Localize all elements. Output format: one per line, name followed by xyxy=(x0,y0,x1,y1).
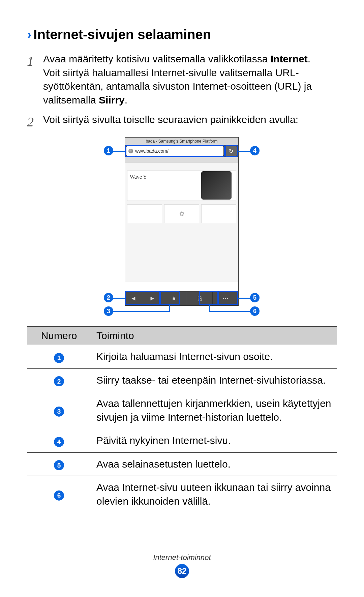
row-desc-3: Avaa tallennettujen kirjanmerkkien, usei… xyxy=(91,392,337,429)
phone-image xyxy=(201,171,232,200)
page-footer: Internet-toiminnot 82 xyxy=(0,553,364,578)
table-row: 3 Avaa tallennettujen kirjanmerkkien, us… xyxy=(27,392,337,429)
row-desc-1: Kirjoita haluamasi Internet-sivun osoite… xyxy=(91,345,337,369)
refresh-icon: ↻ xyxy=(229,148,233,154)
screenshot-figure: bada - Samsung's Smartphone Platform www… xyxy=(91,137,273,316)
row-num-2: 2 xyxy=(54,376,64,386)
row-num-5: 5 xyxy=(54,460,64,470)
footer-section-label: Internet-toiminnot xyxy=(0,553,364,562)
nav-buttons[interactable]: ◄ ► xyxy=(125,291,161,305)
th-numero: Numero xyxy=(27,326,91,345)
table-row: 6 Avaa Internet-sivu uuteen ikkunaan tai… xyxy=(27,476,337,513)
more-button[interactable]: ⋯ xyxy=(213,291,238,305)
phone-titlebar: bada - Samsung's Smartphone Platform xyxy=(125,138,238,145)
url-text: www.bada.com/ xyxy=(135,148,169,154)
row-desc-6: Avaa Internet-sivu uuteen ikkunaan tai s… xyxy=(91,476,337,513)
wave-logo: Wave Y xyxy=(130,174,147,180)
step-2: 2 Voit siirtyä sivulta toiselle seuraavi… xyxy=(27,113,337,131)
windows-icon: ⎘ xyxy=(198,295,202,302)
callout-pin-1: 1 xyxy=(104,146,113,155)
back-icon: ◄ xyxy=(125,295,142,302)
row-num-1: 1 xyxy=(54,353,64,363)
url-bar: www.bada.com/ ↻ xyxy=(125,145,238,157)
step-1-line2a: Voit siirtyä haluamallesi Internet-sivul… xyxy=(43,67,312,106)
windows-button[interactable]: ⎘ xyxy=(187,291,213,305)
step-1-line2b: . xyxy=(125,94,127,106)
callout-pin-4: 4 xyxy=(250,146,260,155)
step-1-line2-bold: Siirry xyxy=(99,94,125,106)
forward-icon: ► xyxy=(144,295,161,302)
table-row: 5 Avaa selainasetusten luettelo. xyxy=(27,452,337,476)
page-number: 82 xyxy=(175,564,189,578)
globe-icon xyxy=(128,149,133,153)
row-num-6: 6 xyxy=(54,490,64,501)
more-icon: ⋯ xyxy=(222,295,229,302)
row-desc-2: Siirry taakse- tai eteenpäin Internet-si… xyxy=(91,368,337,392)
step-1-bold: Internet xyxy=(271,53,308,64)
phone-screenshot: bada - Samsung's Smartphone Platform www… xyxy=(125,137,239,306)
step-1-text-a: Avaa määritetty kotisivu valitsemalla va… xyxy=(43,53,271,64)
url-field[interactable]: www.bada.com/ xyxy=(126,146,223,156)
table-row: 2 Siirry taakse- tai eteenpäin Internet-… xyxy=(27,368,337,392)
row-desc-4: Päivitä nykyinen Internet-sivu. xyxy=(91,429,337,453)
callout-pin-2: 2 xyxy=(104,293,113,302)
page-content: Wave Y ✿ xyxy=(125,157,238,282)
row-num-3: 3 xyxy=(54,407,64,417)
refresh-button[interactable]: ↻ xyxy=(225,146,237,156)
callout-pin-3: 3 xyxy=(104,306,113,316)
table-row: 1 Kirjoita haluamasi Internet-sivun osoi… xyxy=(27,345,337,369)
step-1: 1 Avaa määritetty kotisivu valitsemalla … xyxy=(27,52,337,107)
step-number: 2 xyxy=(27,113,37,131)
step-number: 1 xyxy=(27,52,37,107)
chevron-icon: › xyxy=(27,27,31,42)
step-2-text: Voit siirtyä sivulta toiselle seuraavien… xyxy=(43,113,337,131)
browser-toolbar: ◄ ► ★ ⎘ ⋯ xyxy=(125,291,238,305)
star-icon: ★ xyxy=(171,295,177,302)
th-toiminto: Toiminto xyxy=(91,326,337,345)
row-desc-5: Avaa selainasetusten luettelo. xyxy=(91,452,337,476)
function-table: Numero Toiminto 1 Kirjoita haluamasi Int… xyxy=(27,326,337,513)
step-1-text-b: . xyxy=(308,53,310,64)
callout-pin-5: 5 xyxy=(250,293,260,302)
section-title-text: Internet-sivujen selaaminen xyxy=(33,27,211,42)
row-num-4: 4 xyxy=(54,437,64,447)
bookmarks-button[interactable]: ★ xyxy=(161,291,187,305)
callout-pin-6: 6 xyxy=(250,306,260,316)
table-row: 4 Päivitä nykyinen Internet-sivu. xyxy=(27,429,337,453)
section-title: › Internet-sivujen selaaminen xyxy=(27,27,337,42)
